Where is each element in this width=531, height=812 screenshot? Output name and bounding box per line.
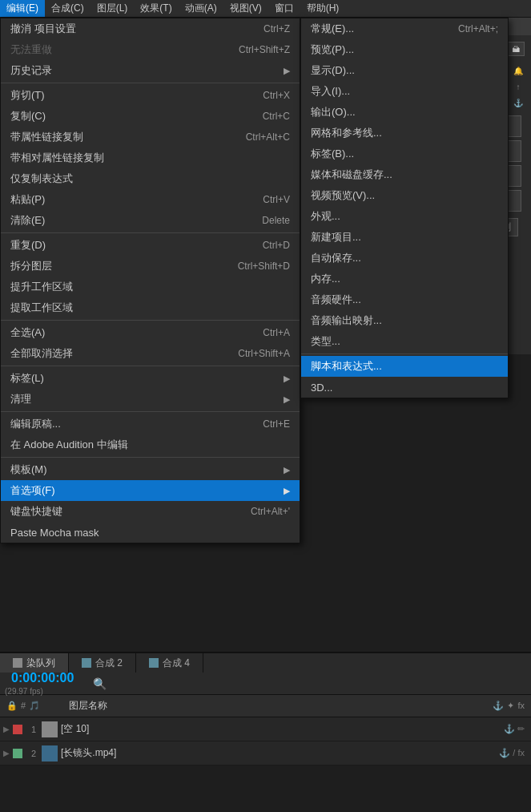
menu-item-history[interactable]: 历史记录 ▶ (1, 60, 300, 81)
layer-thumb-1 (42, 721, 58, 737)
layer-row-1[interactable]: ▶ 1 [空 10] ⚓ ✏ (0, 717, 531, 741)
menu-effects[interactable]: 效果(T) (134, 0, 178, 17)
pref-preview[interactable]: 预览(P)... (301, 39, 508, 60)
layer-thumb-2 (42, 745, 58, 762)
menu-item-select-all[interactable]: 全选(A) Ctrl+A (1, 322, 300, 343)
slider-bell-btn-1[interactable]: 🔔 (512, 64, 525, 77)
layer-icon-parent-2[interactable]: ⚓ (499, 748, 510, 758)
pref-video-preview[interactable]: 视频预览(V)... (301, 185, 508, 206)
menu-layer[interactable]: 图层(L) (91, 0, 135, 17)
separator-1 (1, 83, 300, 83)
col-icon-lock: 🔒 (6, 701, 18, 711)
menu-help[interactable]: 帮助(H) (300, 0, 346, 17)
timeline-tab-render-queue[interactable]: 染队列 (0, 653, 69, 673)
pref-autosave[interactable]: 自动保存... (301, 248, 508, 269)
timeline-area: 染队列 合成 2 合成 4 0:00:00:00 (29.97 fps) 🔍 🔒… (0, 652, 531, 812)
pref-memory[interactable]: 内存... (301, 269, 508, 289)
pref-new-project[interactable]: 新建项目... (301, 227, 508, 248)
slider-anchor-btn[interactable]: ⚓ (512, 96, 525, 109)
pref-grid[interactable]: 网格和参考线... (301, 123, 508, 143)
pref-separator (301, 353, 508, 354)
fps-text: (29.97 fps) (5, 687, 85, 696)
menu-item-redo[interactable]: 无法重做 Ctrl+Shift+Z (1, 39, 300, 60)
pref-display[interactable]: 显示(D)... (301, 60, 508, 81)
menu-item-copy-expression[interactable]: 仅复制表达式 (1, 168, 300, 189)
motion-icon-btn-2[interactable]: 🏔 (507, 42, 525, 56)
pref-labels[interactable]: 标签(B)... (301, 143, 508, 164)
timeline-columns: 🔒 # 🎵 图层名称 ⚓ ✦ fx (0, 695, 531, 717)
col-icons: 🔒 # 🎵 (6, 701, 40, 711)
layer-icon-edit-1[interactable]: ✏ (517, 724, 525, 734)
menu-item-keyboard[interactable]: 键盘快捷键 Ctrl+Alt+' (1, 501, 300, 522)
layer-icon-fx-2[interactable]: / fx (513, 748, 525, 758)
timeline-search-btn[interactable]: 🔍 (90, 674, 109, 693)
menu-item-paste[interactable]: 粘贴(P) Ctrl+V (1, 189, 300, 210)
edit-dropdown-menu: 撤消 项目设置 Ctrl+Z 无法重做 Ctrl+Shift+Z 历史记录 ▶ … (0, 18, 300, 543)
menu-window[interactable]: 窗口 (268, 0, 300, 17)
menu-animation[interactable]: 动画(A) (179, 0, 223, 17)
menu-item-split[interactable]: 拆分图层 Ctrl+Shift+D (1, 256, 300, 277)
preferences-submenu: 常规(E)... Ctrl+Alt+; 预览(P)... 显示(D)... 导入… (300, 18, 509, 398)
layer-color-2 (13, 749, 22, 758)
slider-arrow-up-btn[interactable]: ↑ (512, 80, 525, 93)
menu-item-copy-with-attr[interactable]: 带属性链接复制 Ctrl+Alt+C (1, 127, 300, 147)
timeline-tabs: 染队列 合成 2 合成 4 (0, 653, 531, 673)
pref-audio-output[interactable]: 音频输出映射... (301, 310, 508, 331)
menu-item-edit-audition[interactable]: 在 Adobe Audition 中编辑 (1, 434, 300, 455)
menu-edit[interactable]: 编辑(E) (0, 0, 45, 17)
slider-icons-3: ⚓ (512, 96, 525, 109)
pref-media-cache[interactable]: 媒体和磁盘缓存... (301, 164, 508, 185)
menu-item-purge[interactable]: 清理 ▶ (1, 389, 300, 410)
menu-item-edit-original[interactable]: 编辑原稿... Ctrl+E (1, 414, 300, 434)
menu-item-duplicate[interactable]: 重复(D) Ctrl+D (1, 235, 300, 256)
col-icon-fx: fx (517, 701, 525, 711)
pref-output[interactable]: 输出(O)... (301, 102, 508, 123)
pref-general[interactable]: 常规(E)... Ctrl+Alt+; (301, 18, 508, 39)
menu-item-copy-with-relative[interactable]: 带相对属性链接复制 (1, 147, 300, 168)
menubar: 编辑(E) 合成(C) 图层(L) 效果(T) 动画(A) 视图(V) 窗口 帮… (0, 0, 531, 18)
menu-item-deselect-all[interactable]: 全部取消选择 Ctrl+Shift+A (1, 343, 300, 364)
separator-6 (1, 457, 300, 458)
menu-item-copy[interactable]: 复制(C) Ctrl+C (1, 106, 300, 127)
tab-label-queue: 染队列 (26, 656, 55, 670)
pref-audio-hardware[interactable]: 音频硬件... (301, 289, 508, 310)
pref-scripts[interactable]: 脚本和表达式... (301, 356, 508, 377)
pref-import[interactable]: 导入(I)... (301, 81, 508, 102)
menu-item-labels[interactable]: 标签(L) ▶ (1, 368, 300, 389)
menu-item-extract[interactable]: 提取工作区域 (1, 297, 300, 318)
menu-item-undo[interactable]: 撤消 项目设置 Ctrl+Z (1, 18, 300, 39)
layer-expand-1[interactable]: ▶ (0, 717, 13, 741)
menu-view[interactable]: 视图(V) (223, 0, 268, 17)
layer-icons-2: ⚓ / fx (499, 748, 525, 758)
layer-icon-parent-1[interactable]: ⚓ (504, 724, 515, 734)
layer-expand-2[interactable]: ▶ (0, 741, 13, 765)
menu-item-cut[interactable]: 剪切(T) Ctrl+X (1, 85, 300, 106)
separator-5 (1, 411, 300, 412)
separator-2 (1, 232, 300, 233)
col-icon-parent: ⚓ (493, 701, 504, 711)
layer-name-2: [长镜头.mp4] (61, 746, 499, 760)
layer-color-1 (13, 725, 22, 734)
timecode-block: 0:00:00:00 (29.97 fps) (0, 671, 90, 696)
layer-row-2[interactable]: ▶ 2 [长镜头.mp4] ⚓ / fx (0, 741, 531, 766)
menu-compose[interactable]: 合成(C) (45, 0, 91, 17)
layer-name-1: [空 10] (61, 722, 504, 736)
pref-3d[interactable]: 3D... (301, 377, 508, 398)
layer-num-1: 1 (26, 725, 42, 734)
timeline-tab-comp2[interactable]: 合成 2 (69, 653, 136, 673)
menu-item-lift[interactable]: 提升工作区域 (1, 277, 300, 297)
menu-item-clear[interactable]: 清除(E) Delete (1, 210, 300, 231)
col-label-name: 图层名称 (45, 699, 488, 713)
menu-item-paste-mocha[interactable]: Paste Mocha mask (1, 522, 300, 543)
timecode: 0:00:00:00 (5, 671, 85, 685)
pref-type[interactable]: 类型... (301, 331, 508, 352)
menu-item-preferences[interactable]: 首选项(F) ▶ (1, 480, 300, 501)
pref-appearance[interactable]: 外观... (301, 206, 508, 227)
menu-item-templates[interactable]: 模板(M) ▶ (1, 459, 300, 480)
slider-icons-2: ↑ (512, 80, 525, 93)
tab-icon-queue (13, 658, 22, 668)
timeline-tab-comp4[interactable]: 合成 4 (136, 653, 203, 673)
tab-label-comp4: 合成 4 (163, 656, 190, 670)
col-right-icons: ⚓ ✦ fx (493, 701, 525, 711)
col-icon-star: ✦ (507, 701, 514, 711)
